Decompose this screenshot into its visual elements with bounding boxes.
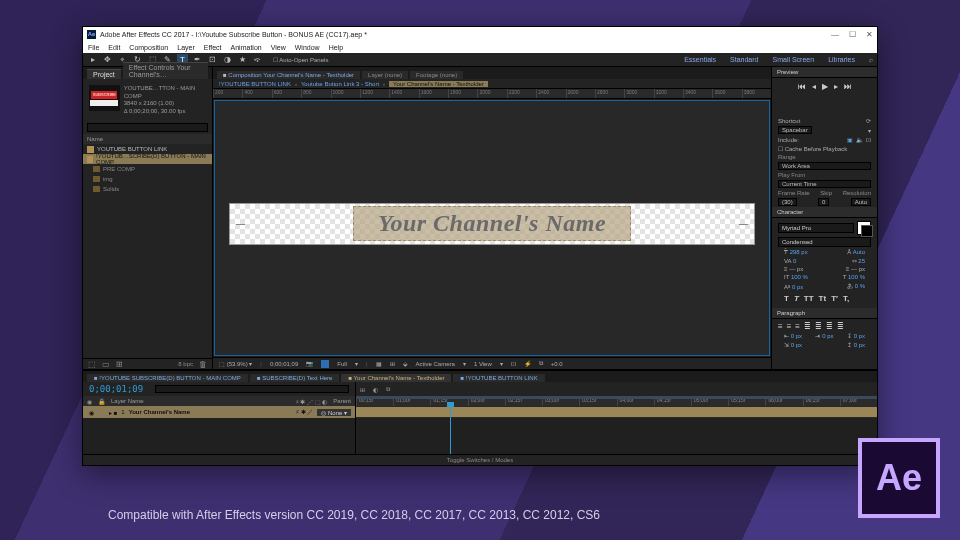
search-help-icon[interactable]: ⌕	[869, 56, 873, 63]
frame-blend-icon[interactable]: ⧉	[386, 386, 390, 393]
guides-icon[interactable]: ⊞	[390, 360, 395, 367]
ws-standard[interactable]: Standard	[730, 56, 758, 63]
new-folder-icon[interactable]: ▭	[102, 360, 110, 369]
snapshot-icon[interactable]: 📷	[306, 360, 313, 367]
baseline-input[interactable]: 0 px	[792, 284, 803, 290]
indent-first-input[interactable]: 0 px	[791, 342, 802, 348]
exposure-value[interactable]: +0.0	[551, 361, 563, 367]
timeline-icon[interactable]: ⧉	[539, 360, 543, 367]
allcaps-button[interactable]: TT	[804, 294, 814, 303]
folder-row[interactable]: PRE COMP	[83, 164, 212, 174]
current-timecode[interactable]: 0;00;01;09	[89, 384, 143, 394]
trash-icon[interactable]: 🗑	[199, 360, 207, 369]
preview-header[interactable]: Preview	[772, 67, 877, 78]
tab-footage[interactable]: Footage (none)	[410, 71, 463, 79]
views-dropdown[interactable]: 1 View	[474, 361, 492, 367]
align-left-button[interactable]: ≡	[778, 322, 783, 331]
space-before-input[interactable]: 0 px	[854, 333, 865, 339]
resolution-dropdown[interactable]: Full	[337, 361, 347, 367]
pixel-aspect-icon[interactable]: ⊡	[511, 360, 516, 367]
play-button[interactable]: ▶	[822, 82, 828, 91]
kerning-input[interactable]: 0	[793, 258, 796, 264]
minimize-button[interactable]: —	[831, 30, 839, 39]
include-video-icon[interactable]: ▣	[847, 136, 853, 143]
vscale-input[interactable]: 100 %	[791, 274, 808, 280]
graph-icon[interactable]: ⊞	[360, 386, 365, 393]
font-family-dropdown[interactable]: Myriad Pro	[778, 223, 854, 233]
auto-open-check[interactable]: ☐ Auto-Open Panels	[273, 56, 328, 63]
project-search-input[interactable]	[87, 123, 208, 132]
zoom-dropdown[interactable]: ⬚ (53.9%) ▾	[219, 360, 252, 367]
tab-project[interactable]: Project	[87, 69, 121, 79]
3d-view-dropdown[interactable]: Active Camera	[416, 361, 455, 367]
tracking-input[interactable]: 25	[858, 258, 865, 264]
range-dropdown[interactable]: Work Area	[778, 162, 871, 170]
parent-dropdown[interactable]: ◎ None ▾	[317, 409, 351, 416]
margin-handle-left[interactable]	[236, 224, 245, 225]
fast-preview-icon[interactable]: ⚡	[524, 360, 531, 367]
hscale-input[interactable]: 100 %	[848, 274, 865, 280]
faux-italic-button[interactable]: T	[794, 294, 799, 303]
layer-track[interactable]	[356, 406, 877, 418]
fps-dropdown[interactable]: (30)	[778, 198, 797, 206]
parent-header[interactable]: Parent	[333, 398, 351, 404]
ws-small[interactable]: Small Screen	[773, 56, 815, 63]
puppet-tool[interactable]: ⤽	[252, 54, 263, 65]
folder-row[interactable]: Solids	[83, 184, 212, 194]
new-comp-icon[interactable]: ⊞	[116, 360, 123, 369]
close-button[interactable]: ✕	[866, 30, 873, 39]
interpret-icon[interactable]: ⬚	[88, 360, 96, 369]
tab-composition[interactable]: ■ Composition Your Channel's Name - Text…	[217, 71, 360, 79]
res-dropdown[interactable]: Auto	[851, 198, 871, 206]
motion-blur-icon[interactable]: ◐	[373, 386, 378, 393]
toggle-switches-button[interactable]: Toggle Switches / Modes	[447, 457, 513, 463]
ws-libraries[interactable]: Libraries	[828, 56, 855, 63]
crumb-link[interactable]: Youtube Button Link 3 - Short	[301, 81, 379, 87]
timeline-tab[interactable]: ■ !YOUTUBE SUBSCRIBE(D) BUTTON - MAIN CO…	[87, 374, 248, 382]
align-right-button[interactable]: ≡	[795, 322, 800, 331]
menu-animation[interactable]: Animation	[231, 44, 262, 51]
project-column-header[interactable]: Name	[83, 134, 212, 144]
asset-row[interactable]: !YOUTUB…SCRIBE(D) BUTTON - MAIN COMP	[83, 154, 212, 164]
skip-dropdown[interactable]: 0	[818, 198, 829, 206]
menu-window[interactable]: Window	[295, 44, 320, 51]
indent-left-input[interactable]: 0 px	[791, 333, 802, 339]
text-layer[interactable]: Your Channel's Name	[353, 206, 631, 241]
timeline-tab[interactable]: ■ Your Channel's Name - Textholder	[341, 374, 451, 382]
menu-view[interactable]: View	[271, 44, 286, 51]
viewport[interactable]: Your Channel's Name	[214, 100, 770, 356]
timeline-tab[interactable]: ■ !YOUTUBE BUTTON LINK	[453, 374, 544, 382]
folder-row[interactable]: img	[83, 174, 212, 184]
layer-clip[interactable]	[356, 407, 877, 417]
titlebar[interactable]: Ae Adobe After Effects CC 2017 - I:\Yout…	[83, 27, 877, 41]
maximize-button[interactable]: ☐	[849, 30, 856, 39]
menu-composition[interactable]: Composition	[129, 44, 168, 51]
include-audio-icon[interactable]: 🔈	[856, 136, 863, 143]
justify-all-button[interactable]: ≣	[837, 322, 844, 331]
menu-help[interactable]: Help	[329, 44, 343, 51]
tab-effect-controls[interactable]: Effect Controls Your Channel's…	[123, 62, 208, 79]
space-after-input[interactable]: 0 px	[854, 342, 865, 348]
justify-left-button[interactable]: ≣	[804, 322, 811, 331]
margin-handle-right[interactable]	[739, 224, 748, 225]
timeline-search-input[interactable]	[155, 385, 349, 393]
menu-file[interactable]: File	[88, 44, 99, 51]
include-overlays-icon[interactable]: ⊡	[866, 136, 871, 143]
comp-thumbnail[interactable]: SUBSCRIBE	[89, 85, 120, 111]
menu-edit[interactable]: Edit	[108, 44, 120, 51]
eye-column-icon[interactable]: ◉	[87, 398, 92, 405]
align-center-button[interactable]: ≡	[787, 322, 792, 331]
crumb-link[interactable]: !YOUTUBE BUTTON LINK	[219, 81, 291, 87]
shortcut-dropdown[interactable]: Spacebar	[778, 126, 812, 134]
time-ruler[interactable]: 00;15f01;00f01;15f02;00f02;15f03;00f03;1…	[356, 396, 877, 406]
tsume-input[interactable]: 0 %	[855, 283, 865, 289]
last-frame-button[interactable]: ⏭	[844, 82, 852, 91]
eraser-tool[interactable]: ◑	[222, 54, 233, 65]
subscript-button[interactable]: T,	[843, 294, 849, 303]
paragraph-header[interactable]: Paragraph	[772, 308, 877, 319]
first-frame-button[interactable]: ⏮	[798, 82, 806, 91]
superscript-button[interactable]: T′	[831, 294, 838, 303]
character-header[interactable]: Character	[772, 207, 877, 218]
fill-color-swatch[interactable]	[857, 221, 871, 235]
next-frame-button[interactable]: ▸	[834, 82, 838, 91]
